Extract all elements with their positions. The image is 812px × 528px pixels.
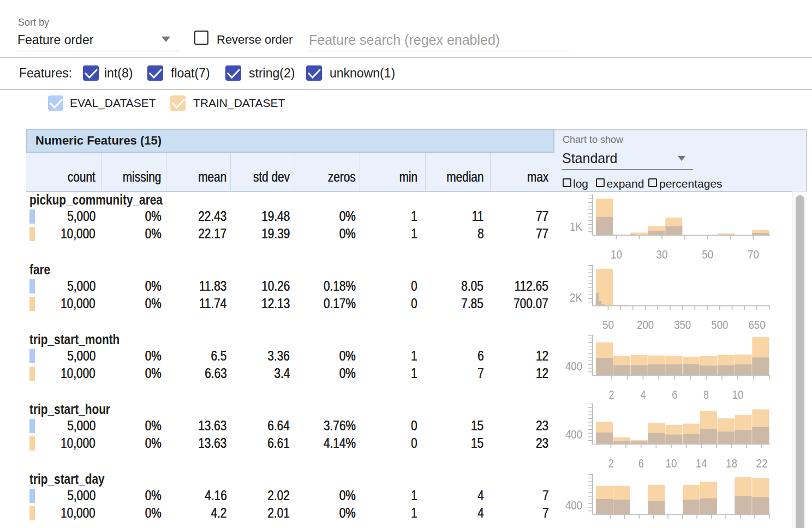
svg-text:50: 50 (702, 248, 713, 261)
svg-text:18: 18 (726, 457, 737, 470)
svg-text:10: 10 (732, 388, 743, 401)
svg-text:500: 500 (711, 318, 728, 332)
svg-text:400: 400 (565, 499, 582, 512)
svg-text:1K: 1K (570, 220, 582, 233)
svg-text:10: 10 (666, 457, 677, 470)
svg-text:70: 70 (748, 248, 759, 261)
svg-text:30: 30 (656, 248, 668, 261)
svg-text:400: 400 (565, 359, 582, 373)
svg-text:22: 22 (756, 457, 767, 470)
svg-text:4: 4 (640, 388, 646, 401)
svg-text:6: 6 (638, 457, 644, 470)
svg-text:6: 6 (672, 388, 677, 401)
svg-text:200: 200 (637, 318, 654, 332)
svg-text:2: 2 (609, 388, 614, 401)
svg-text:50: 50 (602, 318, 614, 332)
svg-text:2: 2 (608, 457, 613, 470)
svg-text:2K: 2K (570, 291, 582, 304)
svg-text:10: 10 (611, 248, 622, 261)
svg-text:8: 8 (703, 388, 709, 401)
svg-text:400: 400 (565, 428, 582, 441)
svg-text:350: 350 (674, 318, 691, 332)
svg-text:14: 14 (696, 457, 707, 470)
svg-text:650: 650 (749, 318, 766, 332)
